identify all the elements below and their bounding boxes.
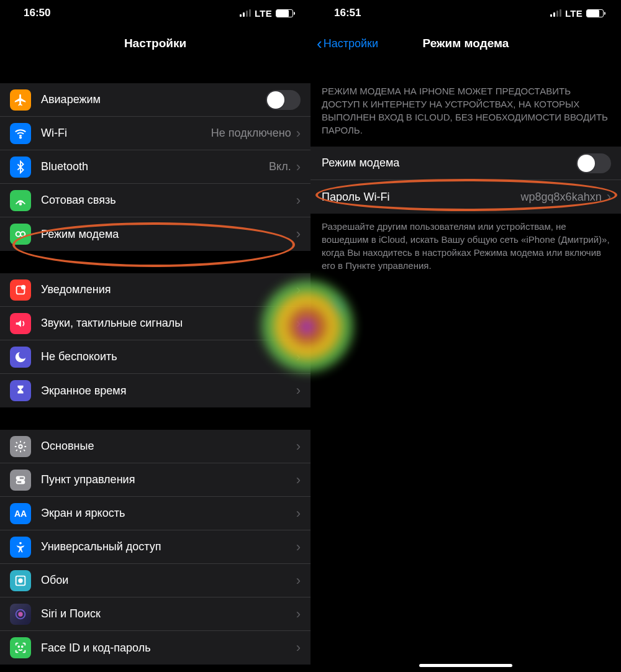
cellular-icon <box>10 190 31 211</box>
chevron-right-icon: › <box>296 194 301 207</box>
row-label: Уведомления <box>41 283 296 296</box>
row-hotspot[interactable]: Режим модема › <box>0 217 310 251</box>
row-value: Вкл. <box>269 160 291 173</box>
row-wallpaper[interactable]: Обои › <box>0 564 310 597</box>
outro-text: Разрешайте другим пользователям или устр… <box>310 214 621 282</box>
row-faceid[interactable]: Face ID и код-пароль › <box>0 631 310 665</box>
row-label: Универсальный доступ <box>41 540 296 553</box>
chevron-right-icon: › <box>296 641 301 655</box>
row-siri[interactable]: Siri и Поиск › <box>0 597 310 631</box>
row-label: Wi-Fi <box>41 127 211 140</box>
page-title: Настройки <box>124 37 186 50</box>
faceid-icon <box>10 637 31 658</box>
phone-right: 16:51 LTE ‹ Настройки Режим модема РЕЖИМ… <box>310 0 621 672</box>
row-dnd[interactable]: Не беспокоить › <box>0 340 310 374</box>
row-airplane[interactable]: Авиарежим <box>0 83 310 117</box>
settings-group-general: Основные › Пункт управления › AA Экран и… <box>0 430 310 665</box>
row-sounds[interactable]: Звуки, тактильные сигналы › <box>0 307 310 340</box>
status-time: 16:51 <box>334 7 361 19</box>
chevron-right-icon: › <box>296 227 301 241</box>
row-accessibility[interactable]: Универсальный доступ › <box>0 530 310 564</box>
svg-point-5 <box>22 285 25 289</box>
airplane-toggle[interactable] <box>266 90 301 110</box>
moon-icon <box>10 347 31 368</box>
row-label: Экранное время <box>41 384 296 397</box>
svg-point-13 <box>19 579 22 583</box>
row-label: Режим модема <box>41 228 296 241</box>
svg-point-10 <box>22 481 24 483</box>
chevron-right-icon: › <box>296 540 301 554</box>
intro-text: РЕЖИМ МОДЕМА НА IPHONE МОЖЕТ ПРЕДОСТАВИТ… <box>310 78 621 147</box>
wallpaper-icon <box>10 570 31 591</box>
svg-point-16 <box>18 646 19 647</box>
svg-point-0 <box>20 137 21 138</box>
accessibility-icon <box>10 537 31 558</box>
text-size-icon: AA <box>10 503 31 524</box>
back-button[interactable]: ‹ Настройки <box>317 35 378 52</box>
row-label: Экран и яркость <box>41 507 296 520</box>
row-label: Bluetooth <box>41 160 269 173</box>
signal-icon <box>240 9 251 17</box>
chevron-right-icon: › <box>296 350 301 364</box>
row-cellular[interactable]: Сотовая связь › <box>0 184 310 217</box>
chevron-right-icon: › <box>296 384 301 397</box>
chevron-right-icon: › <box>296 574 301 588</box>
row-screentime[interactable]: Экранное время › <box>0 374 310 407</box>
row-label: Face ID и код-пароль <box>41 642 296 655</box>
row-label: Сотовая связь <box>41 194 296 207</box>
hotspot-icon <box>10 224 31 245</box>
phone-left: 16:50 LTE Настройки Авиарежим Wi-Fi Не п… <box>0 0 310 672</box>
chevron-right-icon: › <box>296 440 301 453</box>
row-label: Siri и Поиск <box>41 607 296 620</box>
row-label: Не беспокоить <box>41 350 296 363</box>
nav-bar: Настройки <box>0 26 310 61</box>
hourglass-icon <box>10 380 31 401</box>
back-label: Настройки <box>324 37 378 50</box>
row-notifications[interactable]: Уведомления › <box>0 273 310 307</box>
row-label: Пункт управления <box>41 473 296 486</box>
svg-point-2 <box>16 232 20 236</box>
hotspot-group: Режим модема Пароль Wi-Fi wp8gq8x6kahxn … <box>310 147 621 214</box>
row-bluetooth[interactable]: Bluetooth Вкл. › <box>0 150 310 184</box>
hotspot-toggle[interactable] <box>576 153 611 173</box>
settings-group-connectivity: Авиарежим Wi-Fi Не подключено › Bluetoot… <box>0 83 310 251</box>
chevron-left-icon: ‹ <box>317 35 322 52</box>
gear-icon <box>10 436 31 457</box>
row-hotspot-toggle[interactable]: Режим модема <box>310 147 621 180</box>
row-wifi-password[interactable]: Пароль Wi-Fi wp8gq8x6kahxn › <box>310 180 621 214</box>
svg-point-11 <box>19 542 22 544</box>
chevron-right-icon: › <box>296 160 301 174</box>
wifi-icon <box>10 123 31 144</box>
row-display[interactable]: AA Экран и яркость › <box>0 497 310 530</box>
airplane-icon <box>10 89 31 111</box>
network-label: LTE <box>565 8 582 19</box>
settings-group-notifications: Уведомления › Звуки, тактильные сигналы … <box>0 273 310 407</box>
chevron-right-icon: › <box>296 473 301 487</box>
svg-point-6 <box>19 445 22 448</box>
chevron-right-icon: › <box>296 507 301 520</box>
home-indicator[interactable] <box>419 664 512 667</box>
svg-point-9 <box>17 477 19 479</box>
svg-point-17 <box>22 646 23 647</box>
row-wifi[interactable]: Wi-Fi Не подключено › <box>0 117 310 150</box>
row-label: Режим модема <box>322 157 576 170</box>
bluetooth-icon <box>10 157 31 178</box>
battery-icon <box>276 9 293 17</box>
signal-icon <box>550 9 561 17</box>
notifications-icon <box>10 279 31 301</box>
chevron-right-icon: › <box>607 190 611 204</box>
row-label: Обои <box>41 574 296 587</box>
switches-icon <box>10 470 31 491</box>
status-bar: 16:51 LTE <box>310 0 621 26</box>
row-general[interactable]: Основные › <box>0 430 310 463</box>
row-control-center[interactable]: Пункт управления › <box>0 463 310 497</box>
network-label: LTE <box>255 8 272 19</box>
siri-icon <box>10 604 31 625</box>
page-title: Режим модема <box>423 37 509 50</box>
chevron-right-icon: › <box>296 283 301 297</box>
chevron-right-icon: › <box>296 127 301 140</box>
status-bar: 16:50 LTE <box>0 0 310 26</box>
battery-icon <box>586 9 604 17</box>
row-label: Основные <box>41 440 296 453</box>
password-value: wp8gq8x6kahxn <box>521 191 602 204</box>
